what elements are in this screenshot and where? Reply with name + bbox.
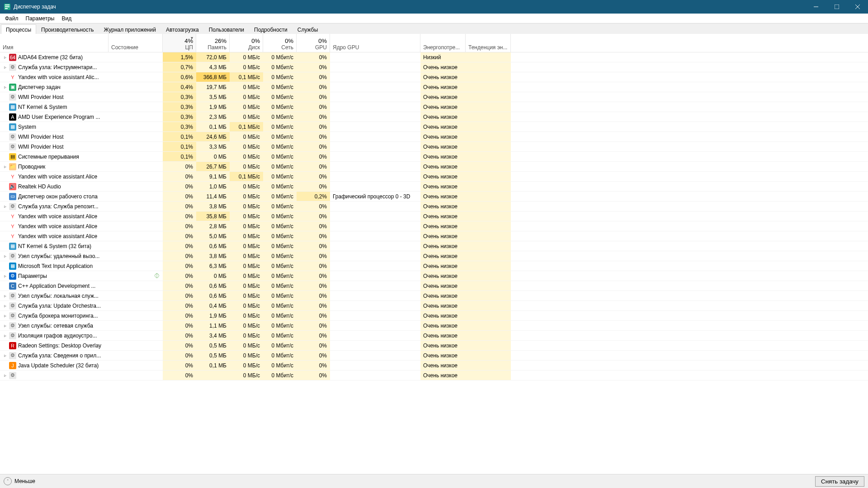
process-name-cell: CC++ Application Development ...: [0, 281, 108, 291]
table-row[interactable]: YYandex with voice assistant Alice0%5,0 …: [0, 231, 868, 241]
tab-performance[interactable]: Производительность: [36, 24, 99, 35]
col-power[interactable]: Энергопотре...: [420, 34, 466, 52]
expand-icon[interactable]: ▹: [3, 55, 7, 60]
gpu-engine-cell: [330, 122, 420, 131]
fewer-details-button[interactable]: ˄ Меньше: [4, 477, 35, 485]
table-row[interactable]: YYandex with voice assistant Alice0%35,8…: [0, 211, 868, 221]
table-row[interactable]: 🔊Realtek HD Audio0%1,0 МБ0 МБ/с0 Мбит/с0…: [0, 182, 868, 192]
expand-icon[interactable]: ▹: [3, 353, 7, 358]
table-row[interactable]: ▹⚙Служба брокера мониторинга...0%1,9 МБ0…: [0, 311, 868, 321]
tab-startup[interactable]: Автозагрузка: [161, 24, 204, 35]
table-row[interactable]: YYandex with voice assistant Alice0%9,1 …: [0, 172, 868, 182]
menu-options[interactable]: Параметры: [23, 14, 58, 23]
table-row[interactable]: ▹▣Диспетчер задач0,4%19,7 МБ0 МБ/с0 Мбит…: [0, 82, 868, 92]
table-row[interactable]: RRadeon Settings: Desktop Overlay0%0,5 М…: [0, 341, 868, 351]
process-icon: J: [9, 362, 16, 369]
gpu-cell: 0%: [297, 281, 330, 291]
menu-file[interactable]: Файл: [2, 14, 22, 23]
power-cell: Очень низкое: [420, 102, 466, 112]
tab-processes[interactable]: Процессы: [1, 24, 36, 35]
table-row[interactable]: ▹⚙Узел службы: локальная служ...0%0,6 МБ…: [0, 291, 868, 301]
table-row[interactable]: ▹⚙0%0 МБ/с0 Мбит/с0%Очень низкое: [0, 371, 868, 380]
expand-icon[interactable]: ▹: [3, 303, 7, 308]
table-row[interactable]: ▹📁Проводник0%26,7 МБ0 МБ/с0 Мбит/с0%Очен…: [0, 162, 868, 172]
expand-icon[interactable]: ▹: [3, 333, 7, 338]
memory-cell: 72,0 МБ: [196, 52, 230, 62]
process-icon: ▤: [9, 153, 16, 160]
power-trend-cell: [466, 62, 511, 72]
tab-details[interactable]: Подробности: [249, 24, 292, 35]
col-name[interactable]: Имя: [0, 34, 108, 52]
expand-icon[interactable]: ▹: [3, 65, 7, 70]
gpu-cell: 0%: [297, 82, 330, 92]
expand-icon[interactable]: ▹: [3, 84, 7, 89]
table-row[interactable]: ▹⚙Служба узла: Служба репозит...0%3,8 МБ…: [0, 202, 868, 211]
table-row[interactable]: ▦Microsoft Text Input Application0%6,3 М…: [0, 261, 868, 271]
col-gpu[interactable]: 0%GPU: [297, 34, 330, 52]
expand-icon[interactable]: ▹: [3, 373, 7, 378]
maximize-button[interactable]: [826, 0, 847, 14]
table-row[interactable]: ⚙WMI Provider Host0,1%24,6 МБ0 МБ/с0 Мби…: [0, 132, 868, 142]
col-memory[interactable]: 26%Память: [196, 34, 230, 52]
status-cell: [108, 331, 163, 340]
power-trend-cell: [466, 261, 511, 271]
menu-view[interactable]: Вид: [58, 14, 75, 23]
table-row[interactable]: AAMD User Experience Program ...0,3%2,3 …: [0, 112, 868, 122]
power-trend-cell: [466, 122, 511, 131]
table-row[interactable]: CC++ Application Development ...0%0,6 МБ…: [0, 281, 868, 291]
col-power-trend[interactable]: Тенденция эн...: [466, 34, 511, 52]
col-gpu-engine[interactable]: Ядро GPU: [330, 34, 420, 52]
network-cell: 0 Мбит/с: [263, 361, 297, 370]
expand-icon[interactable]: ▹: [3, 253, 7, 258]
expand-icon[interactable]: ▹: [3, 164, 7, 169]
table-row[interactable]: ▤Системные прерывания0,1%0 МБ0 МБ/с0 Мби…: [0, 152, 868, 162]
network-cell: 0 Мбит/с: [263, 72, 297, 82]
minimize-button[interactable]: [806, 0, 826, 14]
table-row[interactable]: ▹⚙Узел службы: удаленный вызо...0%3,8 МБ…: [0, 251, 868, 261]
table-row[interactable]: ▹⚙Параметры⏀0%0 МБ0 МБ/с0 Мбит/с0%Очень …: [0, 271, 868, 281]
end-task-button[interactable]: Снять задачу: [815, 476, 864, 487]
gpu-cell: 0%: [297, 291, 330, 300]
table-row[interactable]: YYandex with voice assistant Alic...0,6%…: [0, 72, 868, 82]
memory-cell: 0,5 МБ: [196, 341, 230, 350]
table-row[interactable]: ▹⚙Служба узла: Update Orchestra...0%0,4 …: [0, 301, 868, 311]
table-row[interactable]: ▹⚙Служба узла: Инструментари...0,7%4,3 М…: [0, 62, 868, 72]
tab-services[interactable]: Службы: [292, 24, 323, 35]
col-status[interactable]: Состояние: [108, 34, 163, 52]
expand-icon[interactable]: ▹: [3, 273, 7, 278]
table-row[interactable]: ⚙WMI Provider Host0,1%3,3 МБ0 МБ/с0 Мбит…: [0, 142, 868, 152]
table-row[interactable]: ▹⚙Узел службы: сетевая служба0%1,1 МБ0 М…: [0, 321, 868, 331]
expand-icon[interactable]: ▹: [3, 204, 7, 209]
process-icon: ⚙: [9, 292, 16, 300]
close-button[interactable]: [847, 0, 868, 14]
col-disk[interactable]: 0%Диск: [230, 34, 263, 52]
expand-icon[interactable]: ▹: [3, 323, 7, 328]
table-row[interactable]: ▹64AIDA64 Extreme (32 бита)1,5%72,0 МБ0 …: [0, 52, 868, 62]
process-rows[interactable]: ▹64AIDA64 Extreme (32 бита)1,5%72,0 МБ0 …: [0, 52, 868, 474]
fewer-label: Меньше: [14, 478, 35, 484]
disk-cell: 0 МБ/с: [230, 231, 263, 241]
table-row[interactable]: ⚙WMI Provider Host0,3%3,5 МБ0 МБ/с0 Мбит…: [0, 92, 868, 102]
col-cpu[interactable]: ▾ 4%ЦП: [163, 34, 196, 52]
table-row[interactable]: ▦NT Kernel & System (32 бита)0%0,6 МБ0 М…: [0, 241, 868, 251]
gpu-cell: 0%: [297, 301, 330, 310]
expand-icon[interactable]: ▹: [3, 293, 7, 298]
table-row[interactable]: ▭Диспетчер окон рабочего стола0%11,4 МБ0…: [0, 192, 868, 202]
table-row[interactable]: ▹⚙Изоляция графов аудиоустро...0%3,4 МБ0…: [0, 331, 868, 341]
process-name: Microsoft Text Input Application: [18, 263, 93, 269]
tab-users[interactable]: Пользователи: [204, 24, 249, 35]
tab-app-history[interactable]: Журнал приложений: [99, 24, 161, 35]
gpu-engine-cell: [330, 152, 420, 161]
process-name-cell: ▹📁Проводник: [0, 162, 108, 171]
table-row[interactable]: YYandex with voice assistant Alice0%2,8 …: [0, 221, 868, 231]
gpu-cell: 0%: [297, 221, 330, 231]
network-cell: 0 Мбит/с: [263, 311, 297, 320]
table-row[interactable]: JJava Update Scheduler (32 бита)0%0,1 МБ…: [0, 361, 868, 371]
col-network[interactable]: 0%Сеть: [263, 34, 297, 52]
table-row[interactable]: ▦System0,3%0,1 МБ0,1 МБ/с0 Мбит/с0%Очень…: [0, 122, 868, 132]
gpu-engine-cell: [330, 172, 420, 181]
table-row[interactable]: ▹⚙Служба узла: Сведения о прил...0%0,5 М…: [0, 351, 868, 361]
power-cell: Низкий: [420, 52, 466, 62]
expand-icon[interactable]: ▹: [3, 313, 7, 318]
table-row[interactable]: ▦NT Kernel & System0,3%1,9 МБ0 МБ/с0 Мби…: [0, 102, 868, 112]
